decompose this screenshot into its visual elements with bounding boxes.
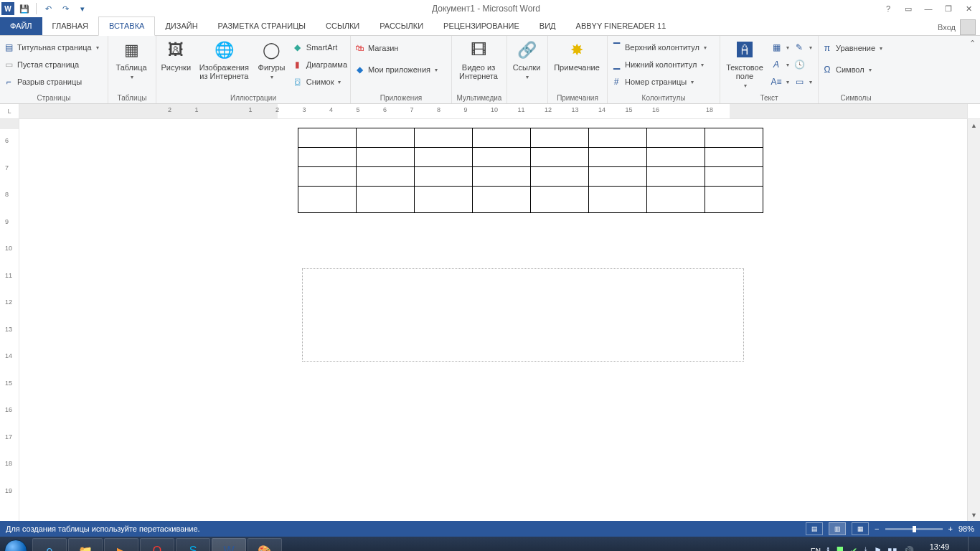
store-button[interactable]: 🛍Магазин: [354, 41, 438, 55]
maximize-button[interactable]: ❐: [943, 4, 954, 14]
view-web-layout-button[interactable]: ▦: [852, 522, 869, 535]
tray-volume-icon[interactable]: 🔊: [903, 546, 914, 551]
taskbar-language[interactable]: EN: [811, 547, 821, 552]
equation-button[interactable]: πУравнение: [821, 41, 882, 55]
zoom-level[interactable]: 98%: [958, 524, 974, 533]
taskbar-clock[interactable]: 13:4917.05.2014: [920, 542, 959, 551]
smartart-button[interactable]: ◆SmartArt: [292, 40, 347, 55]
qat-undo-button[interactable]: ↶: [41, 1, 55, 16]
close-button[interactable]: ✕: [963, 4, 974, 14]
header-button[interactable]: ▔Верхний колонтитул: [611, 40, 707, 55]
status-bar: Для создания таблицы используйте перетас…: [0, 521, 980, 537]
qat-redo-button[interactable]: ↷: [58, 1, 72, 16]
tray-action-center-icon[interactable]: ⚑: [874, 546, 882, 551]
signature-icon: ✎: [793, 42, 805, 53]
drop-cap-button[interactable]: A≡: [771, 75, 789, 89]
cover-page-button[interactable]: ▤Титульная страница: [3, 40, 99, 55]
group-apps-label: Приложения: [351, 94, 451, 103]
ruler-tick-v: 15: [5, 380, 12, 387]
horizontal-ruler[interactable]: 211234567891011121314151618: [19, 104, 967, 118]
links-icon: 🔗: [510, 37, 543, 63]
tab-design[interactable]: ДИЗАЙН: [155, 17, 207, 35]
scroll-down-arrow[interactable]: ▼: [968, 509, 980, 521]
tab-insert[interactable]: ВСТАВКА: [98, 17, 155, 36]
ruler-tick-v: 9: [5, 218, 9, 225]
shapes-button[interactable]: ◯Фигуры: [255, 37, 288, 82]
tray-bluetooth-icon[interactable]: ᚼ: [863, 546, 868, 551]
my-apps-button[interactable]: ◆Мои приложения: [354, 62, 438, 77]
vertical-scrollbar[interactable]: ▲ ▼: [967, 119, 980, 521]
footer-button[interactable]: ▁Нижний колонтитул: [611, 57, 707, 72]
taskbar-paint-button[interactable]: 🎨: [248, 538, 282, 551]
page-break-button[interactable]: ⌐Разрыв страницы: [3, 75, 99, 89]
blank-page-button[interactable]: ▭Пустая страница: [3, 57, 99, 72]
taskbar-mediaplayer-button[interactable]: ▶: [104, 538, 138, 551]
show-desktop-button[interactable]: [968, 537, 976, 551]
view-print-layout-button[interactable]: ▥: [829, 522, 846, 535]
text-box-button[interactable]: 🅰Текстовое поле: [723, 37, 766, 90]
page-number-button[interactable]: #Номер страницы: [611, 75, 707, 89]
start-button[interactable]: [0, 537, 32, 551]
document-area[interactable]: [19, 119, 967, 521]
screenshot-button[interactable]: ⌼Снимок: [292, 75, 347, 89]
qat-separator: [36, 3, 37, 14]
help-button[interactable]: ?: [882, 4, 894, 13]
tray-check-icon[interactable]: ✔: [850, 546, 857, 551]
vertical-ruler[interactable]: 678910111213141516171819: [0, 119, 19, 521]
ruler-corner[interactable]: L: [0, 104, 19, 118]
symbol-button[interactable]: ΩСимвол: [821, 62, 882, 77]
tray-network-icon[interactable]: ▮▮: [887, 546, 897, 551]
comment-button[interactable]: ✸Примечание: [551, 37, 603, 72]
reserved-area[interactable]: [302, 268, 744, 362]
zoom-in-button[interactable]: +: [948, 524, 953, 533]
tab-mailings[interactable]: РАССЫЛКИ: [369, 17, 433, 35]
table-button[interactable]: ▦ Таблица: [111, 37, 151, 82]
online-video-button[interactable]: 🎞Видео из Интернета: [455, 37, 502, 80]
tab-file[interactable]: ФАЙЛ: [0, 17, 42, 35]
user-avatar-icon[interactable]: [960, 19, 976, 35]
date-time-button[interactable]: 🕓: [793, 57, 812, 72]
equation-icon: π: [821, 42, 833, 54]
tab-page-layout[interactable]: РАЗМЕТКА СТРАНИЦЫ: [208, 17, 316, 35]
tab-home[interactable]: ГЛАВНАЯ: [42, 17, 98, 35]
taskbar-opera-button[interactable]: O: [140, 538, 174, 551]
qat-customize-button[interactable]: ▾: [75, 1, 90, 16]
page[interactable]: [220, 119, 787, 521]
zoom-slider[interactable]: [885, 528, 943, 530]
links-button[interactable]: 🔗Ссылки: [510, 37, 543, 82]
pictures-button[interactable]: 🖼Рисунки: [159, 37, 193, 72]
taskbar-ie-button[interactable]: e: [32, 538, 67, 551]
taskbar-word-button[interactable]: W: [212, 538, 246, 551]
sign-in-link[interactable]: Вход: [938, 23, 956, 32]
group-symbols: πУравнение ΩСимвол Символы: [819, 36, 893, 103]
chart-button[interactable]: ▮Диаграмма: [292, 57, 347, 72]
group-media-label: Мультимедиа: [452, 94, 507, 103]
ruler-tick: 14: [598, 106, 606, 113]
ruler-tick-v: 16: [5, 406, 12, 413]
tab-abbyy[interactable]: ABBYY FineReader 11: [566, 17, 677, 35]
quick-parts-button[interactable]: ▦: [771, 40, 789, 55]
zoom-out-button[interactable]: −: [875, 524, 879, 533]
document-table[interactable]: [298, 128, 763, 213]
wordart-button[interactable]: A: [771, 57, 789, 72]
tab-references[interactable]: ССЫЛКИ: [316, 17, 369, 35]
tray-info-icon[interactable]: ℹ: [826, 546, 830, 551]
qat-save-button[interactable]: 💾: [17, 1, 32, 16]
tab-review[interactable]: РЕЦЕНЗИРОВАНИЕ: [433, 17, 529, 35]
wordart-icon: A: [771, 59, 782, 70]
tray-shield-icon[interactable]: ⛊: [836, 546, 844, 551]
taskbar-explorer-button[interactable]: 📁: [68, 538, 103, 551]
object-button[interactable]: ▭: [793, 75, 812, 89]
collapse-ribbon-button[interactable]: ⌃: [969, 39, 976, 48]
taskbar-skype-button[interactable]: S: [176, 538, 210, 551]
ruler-tick-v: 13: [5, 326, 12, 333]
view-read-mode-button[interactable]: ▤: [806, 522, 823, 535]
quick-access-toolbar: W 💾 ↶ ↷ ▾: [0, 1, 90, 16]
minimize-button[interactable]: —: [923, 4, 934, 13]
group-symbols-label: Символы: [819, 94, 893, 103]
scroll-up-arrow[interactable]: ▲: [968, 119, 980, 131]
online-pictures-button[interactable]: 🌐Изображения из Интернета: [197, 37, 252, 80]
ribbon-display-options-button[interactable]: ▭: [903, 4, 914, 14]
tab-view[interactable]: ВИД: [529, 17, 566, 35]
signature-line-button[interactable]: ✎: [793, 40, 812, 55]
